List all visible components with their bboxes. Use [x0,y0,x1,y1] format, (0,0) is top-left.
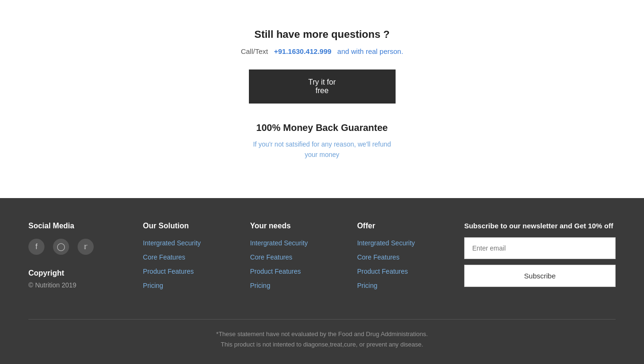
our-solution-item-2[interactable]: Core Features [143,253,185,261]
list-item: Core Features [143,253,201,261]
social-media-title: Social Media [28,222,94,230]
our-solution-list: Intergrated Security Core Features Produ… [143,239,201,290]
copyright-text: © Nutrition 2019 [28,281,94,289]
social-icons: f ◯ 𝕣 [28,239,94,255]
list-item: Product Features [250,267,308,276]
contact-line: Call/Text +91.1630.412.999 and with real… [9,47,635,55]
offer-list: Intergrated Security Core Features Produ… [357,239,415,290]
your-needs-title: Your needs [250,222,308,230]
footer-col-our-solution: Our Solution Intergrated Security Core F… [143,222,201,295]
list-item: Pricing [143,281,201,290]
twitter-icon[interactable]: 𝕣 [78,239,94,255]
offer-title: Offer [357,222,415,230]
question-title: Still have more questions ? [9,28,635,41]
footer: Social Media f ◯ 𝕣 Copyright © Nutrition… [0,198,644,364]
your-needs-item-3[interactable]: Product Features [250,268,300,275]
guarantee-title: 100% Money Back Guarantee [9,122,635,133]
guarantee-desc-line2: your money [305,151,339,158]
offer-item-3[interactable]: Product Features [357,268,408,275]
footer-col-your-needs: Your needs Intergrated Security Core Fea… [250,222,308,295]
footer-col-offer: Offer Intergrated Security Core Features… [357,222,415,295]
newsletter-email-input[interactable] [464,237,616,259]
subscribe-button[interactable]: Subscribe [464,265,616,287]
list-item: Intergrated Security [250,239,308,247]
contact-suffix: and with real person. [337,47,403,55]
your-needs-item-1[interactable]: Intergrated Security [250,239,308,247]
your-needs-item-4[interactable]: Pricing [250,282,270,289]
list-item: Pricing [357,281,415,290]
our-solution-title: Our Solution [143,222,201,230]
footer-col-social: Social Media f ◯ 𝕣 Copyright © Nutrition… [28,222,94,289]
copyright-label: Copyright [28,269,94,277]
footer-col-newsletter: Subscribe to our newsletter and Get 10% … [464,222,616,287]
our-solution-item-3[interactable]: Product Features [143,268,194,275]
guarantee-desc-line1: If you'r not satsified for any reason, w… [253,140,391,148]
disclaimer-line2: This product is not intented to diagonse… [221,341,423,348]
offer-item-4[interactable]: Pricing [357,282,378,289]
list-item: Pricing [250,281,308,290]
contact-prefix: Call/Text [241,47,268,55]
our-solution-item-4[interactable]: Pricing [143,282,163,289]
footer-bottom: *These statement have not evaluated by t… [28,319,616,350]
footer-grid: Social Media f ◯ 𝕣 Copyright © Nutrition… [28,222,616,295]
phone-number: +91.1630.412.999 [274,47,331,55]
main-section: Still have more questions ? Call/Text +9… [0,0,644,198]
list-item: Intergrated Security [357,239,415,247]
instagram-icon[interactable]: ◯ [53,239,69,255]
try-free-button[interactable]: Try it for free [249,69,396,104]
guarantee-description: If you'r not satsified for any reason, w… [9,139,635,160]
offer-item-1[interactable]: Intergrated Security [357,239,415,247]
list-item: Product Features [143,267,201,276]
list-item: Product Features [357,267,415,276]
our-solution-item-1[interactable]: Intergrated Security [143,239,201,247]
disclaimer-line1: *These statement have not evaluated by t… [216,330,428,338]
offer-item-2[interactable]: Core Features [357,253,399,261]
facebook-icon[interactable]: f [28,239,44,255]
disclaimer: *These statement have not evaluated by t… [28,329,616,350]
newsletter-title: Subscribe to our newsletter and Get 10% … [464,222,616,230]
your-needs-item-2[interactable]: Core Features [250,253,292,261]
list-item: Core Features [250,253,308,261]
your-needs-list: Intergrated Security Core Features Produ… [250,239,308,290]
list-item: Core Features [357,253,415,261]
list-item: Intergrated Security [143,239,201,247]
